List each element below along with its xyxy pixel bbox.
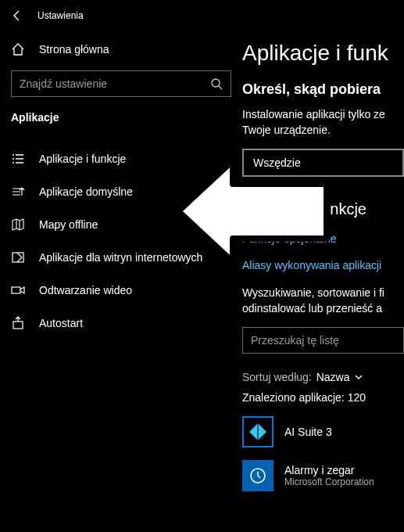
home-item[interactable]: Strona główna xyxy=(0,31,242,70)
svg-rect-3 xyxy=(13,322,23,329)
window-title: Ustawienia xyxy=(38,10,84,21)
defaults-icon xyxy=(11,185,25,199)
section-heading: Aplikacje i funkcje xyxy=(242,200,404,218)
startup-icon xyxy=(11,316,25,330)
nav-label: Aplikacje dla witryn internetowych xyxy=(39,251,202,264)
back-icon[interactable] xyxy=(11,9,23,22)
filter-placeholder: Przeszukaj tę listę xyxy=(251,334,339,347)
page-title: Aplikacje i funk xyxy=(242,41,404,66)
found-count: Znaleziono aplikacje: 120 xyxy=(242,391,404,404)
link-execution-aliases[interactable]: Aliasy wykonywania aplikacji xyxy=(242,259,404,271)
nav-item-offline-maps[interactable]: Mapy offline xyxy=(0,208,242,241)
app-tile xyxy=(242,416,274,448)
nav-item-video-playback[interactable]: Odtwarzanie wideo xyxy=(0,274,242,307)
nav-item-default-apps[interactable]: Aplikacje domyślne xyxy=(0,175,242,208)
home-icon xyxy=(11,42,25,56)
sort-row[interactable]: Sortuj według: Nazwa xyxy=(242,371,404,383)
chevron-down-icon xyxy=(355,373,363,381)
website-icon xyxy=(11,250,25,264)
app-name: AI Suite 3 xyxy=(284,426,332,438)
nav-label: Mapy offline xyxy=(39,218,98,231)
nav-item-apps-for-websites[interactable]: Aplikacje dla witryn internetowych xyxy=(0,241,242,274)
nav-label: Aplikacje domyślne xyxy=(39,185,133,198)
body-text-2: Wyszukiwanie, sortowanie i fi odinstalow… xyxy=(242,286,404,316)
svg-point-0 xyxy=(212,79,220,87)
list-icon xyxy=(11,152,25,166)
app-tile xyxy=(242,460,274,491)
sort-value: Nazwa xyxy=(316,371,350,383)
dropdown-value: Wszędzie xyxy=(253,156,301,169)
nav-label: Aplikacje i funkcje xyxy=(39,153,126,165)
nav-label: Autostart xyxy=(39,317,83,329)
link-optional-features[interactable]: Funkcje opcjonalne xyxy=(242,232,404,245)
app-vendor: Microsoft Corporation xyxy=(284,476,374,487)
search-icon xyxy=(210,77,223,90)
app-row[interactable]: Alarmy i zegar Microsoft Corporation xyxy=(242,460,404,491)
body-text: Instalowanie aplikacji tylko ze Twoje ur… xyxy=(242,107,404,138)
svg-rect-2 xyxy=(12,287,20,293)
install-source-dropdown[interactable]: Wszędzie xyxy=(242,149,404,177)
section-header: Aplikacje xyxy=(0,111,242,135)
app-row[interactable]: AI Suite 3 xyxy=(242,416,404,448)
nav-item-apps-features[interactable]: Aplikacje i funkcje xyxy=(0,142,242,175)
section-subtitle: Określ, skąd pobiera xyxy=(242,81,404,98)
nav-item-startup[interactable]: Autostart xyxy=(0,307,242,340)
home-label: Strona główna xyxy=(39,43,109,56)
nav-label: Odtwarzanie wideo xyxy=(39,284,132,297)
map-icon xyxy=(11,217,25,232)
video-icon xyxy=(11,283,25,297)
search-input[interactable]: Znajdź ustawienie xyxy=(11,70,231,97)
filter-input[interactable]: Przeszukaj tę listę xyxy=(242,327,404,354)
search-placeholder: Znajdź ustawienie xyxy=(20,77,202,90)
app-name: Alarmy i zegar xyxy=(284,464,374,476)
sort-label: Sortuj według: xyxy=(242,371,312,383)
